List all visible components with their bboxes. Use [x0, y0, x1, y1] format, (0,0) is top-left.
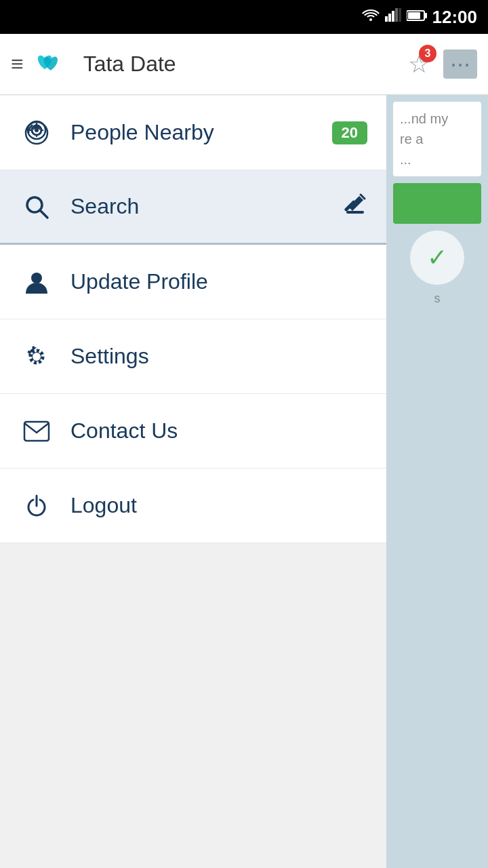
sidebar-label-search: Search — [70, 194, 139, 219]
svg-rect-8 — [424, 13, 427, 18]
green-bar — [393, 183, 481, 224]
sidebar-menu: People Nearby 20 Search — [0, 95, 386, 543]
header: ≡ Tata Date ☆ 3 ⋯ — [0, 34, 488, 95]
chat-icon[interactable]: ⋯ — [443, 50, 477, 79]
svg-rect-1 — [385, 16, 388, 22]
notification-badge: 3 — [419, 45, 436, 62]
header-actions: ☆ 3 ⋯ — [408, 50, 477, 79]
svg-point-0 — [369, 18, 372, 21]
sidebar-label-people-nearby: People Nearby — [70, 120, 214, 145]
right-card-1: ...nd myre a... — [393, 102, 481, 176]
svg-rect-4 — [395, 8, 398, 22]
gear-icon — [19, 344, 54, 370]
svg-line-38 — [40, 210, 47, 218]
svg-point-41 — [31, 273, 42, 283]
sidebar-label-update-profile: Update Profile — [70, 269, 208, 294]
svg-rect-7 — [408, 12, 420, 19]
sidebar-label-settings: Settings — [70, 344, 149, 369]
status-time: 12:00 — [432, 7, 478, 28]
app-title: Tata Date — [83, 52, 176, 77]
right-text: s — [386, 292, 488, 306]
svg-rect-5 — [399, 8, 401, 22]
location-icon — [19, 119, 54, 146]
wifi-icon — [362, 8, 380, 26]
sidebar-item-settings[interactable]: Settings — [0, 319, 386, 394]
checkmark-icon: ✓ — [427, 243, 447, 272]
power-icon — [19, 493, 54, 519]
circle-badge: ✓ — [410, 231, 464, 285]
person-icon — [19, 269, 54, 295]
sidebar-label-logout: Logout — [70, 493, 137, 518]
sidebar-item-update-profile[interactable]: Update Profile — [0, 245, 386, 319]
logo-area: Tata Date — [33, 47, 408, 81]
sidebar-item-contact-us[interactable]: Contact Us — [0, 394, 386, 469]
menu-icon[interactable]: ≡ — [11, 52, 24, 77]
signal-icon — [385, 8, 401, 26]
svg-rect-2 — [388, 14, 391, 22]
sidebar-item-search[interactable]: Search — [0, 170, 386, 245]
svg-rect-45 — [24, 422, 49, 441]
svg-point-43 — [33, 353, 41, 361]
edit-icon[interactable] — [343, 192, 367, 222]
battery-icon — [407, 8, 427, 26]
sidebar-item-logout[interactable]: Logout — [0, 469, 386, 543]
logo-hearts — [33, 47, 74, 81]
svg-rect-3 — [392, 11, 394, 22]
status-bar: 12:00 — [0, 0, 488, 34]
search-icon — [19, 194, 54, 220]
people-nearby-badge: 20 — [332, 121, 367, 144]
svg-rect-40 — [346, 211, 364, 214]
sidebar-label-contact-us: Contact Us — [70, 418, 178, 443]
sidebar-item-people-nearby[interactable]: People Nearby 20 — [0, 96, 386, 170]
right-background: ...nd myre a... ✓ s — [386, 95, 488, 868]
star-badge-wrapper[interactable]: ☆ 3 — [408, 50, 430, 79]
mail-icon — [19, 420, 54, 442]
